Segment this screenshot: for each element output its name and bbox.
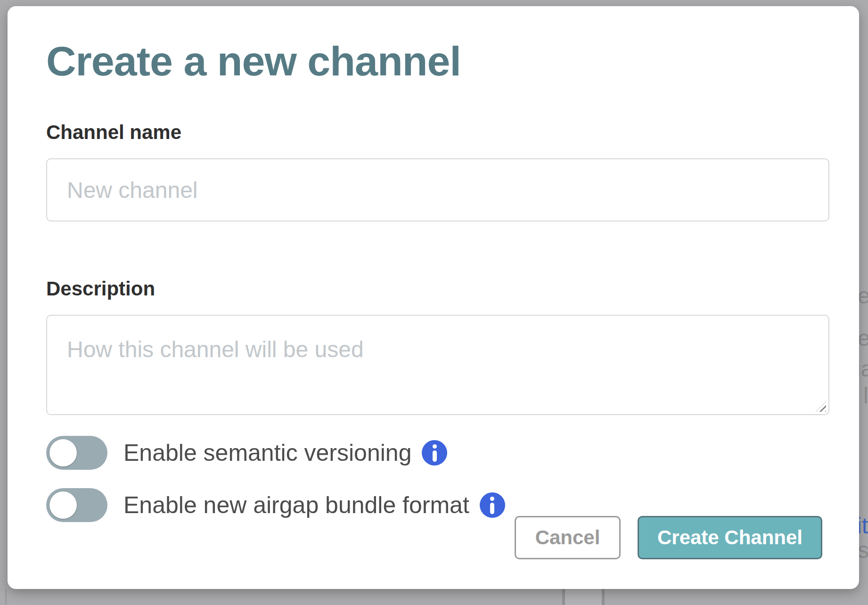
background-page-divider xyxy=(5,589,7,605)
airgap-bundle-toggle[interactable] xyxy=(46,488,107,522)
description-textarea[interactable] xyxy=(46,315,829,415)
modal-title: Create a new channel xyxy=(46,41,829,82)
create-channel-modal: Create a new channel Channel name Descri… xyxy=(8,6,859,589)
airgap-bundle-label: Enable new airgap bundle format xyxy=(123,493,469,517)
channel-name-input[interactable] xyxy=(46,158,829,221)
description-field-wrap xyxy=(46,315,829,415)
semantic-versioning-label: Enable semantic versioning xyxy=(123,441,411,465)
modal-footer: Cancel Create Channel xyxy=(515,516,822,559)
background-text-fragment: e xyxy=(858,283,868,309)
info-icon[interactable] xyxy=(480,492,505,518)
info-icon[interactable] xyxy=(422,440,447,466)
background-page-element xyxy=(562,589,605,605)
description-label: Description xyxy=(46,279,829,299)
channel-name-label: Channel name xyxy=(46,123,829,142)
semantic-versioning-row: Enable semantic versioning xyxy=(46,436,829,470)
background-text-fragment: s xyxy=(858,537,868,563)
semantic-versioning-toggle[interactable] xyxy=(46,436,107,470)
cancel-button[interactable]: Cancel xyxy=(515,516,621,559)
toggle-knob xyxy=(49,491,77,519)
background-text-fragment: l xyxy=(863,383,868,409)
background-text-fragment: e xyxy=(858,325,868,351)
toggle-knob xyxy=(49,439,77,466)
create-channel-button[interactable]: Create Channel xyxy=(638,516,822,559)
